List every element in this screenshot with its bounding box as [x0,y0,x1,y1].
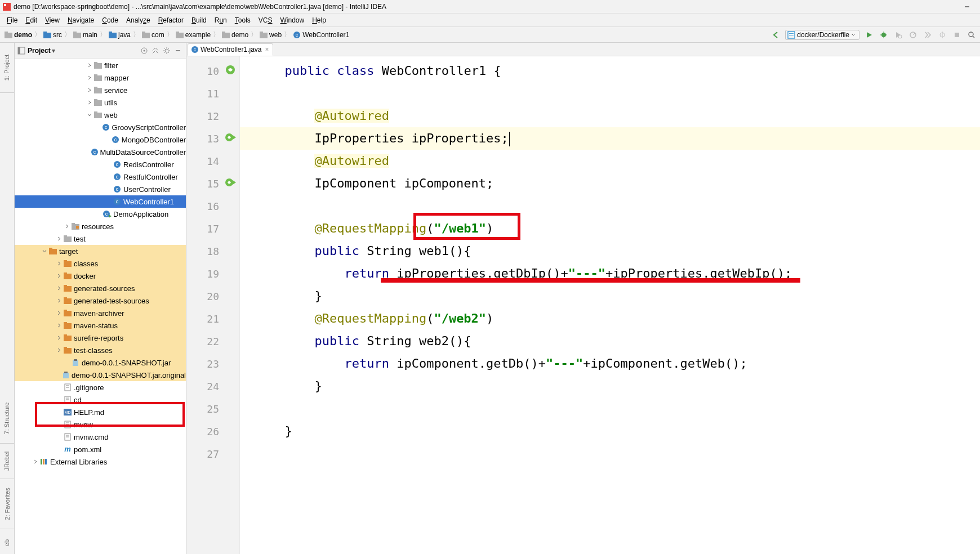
menu-help[interactable]: Help [309,15,329,25]
menu-refactor[interactable]: Refactor [155,15,187,25]
svg-rect-36 [18,47,20,54]
breadcrumb-web[interactable]: web [259,31,283,39]
minimize-button[interactable] [954,0,980,14]
tree-item[interactable]: cRedisController [15,158,186,171]
project-panel-title: Project [28,47,51,55]
svg-rect-77 [64,272,67,275]
svg-rect-6 [43,32,47,34]
code-content[interactable]: public class WebController1 { @Autowired… [240,56,980,554]
jrebel-debug-button[interactable] [937,30,947,40]
tree-item[interactable]: .gitignore [15,381,186,394]
tree-item[interactable]: mvnw.cmd [15,431,186,443]
tool-tab-web[interactable]: eb [0,531,14,554]
titlebar: demo [D:\workspace-springboot\demo] - ..… [0,0,980,14]
tool-tab-project[interactable]: 1: Project [0,45,14,90]
svg-text:c: c [93,149,96,155]
debug-button[interactable] [879,30,889,40]
back-arrow-icon[interactable] [770,30,781,40]
editor-tab-current[interactable]: c WebController1.java × [188,43,273,56]
tool-tab-structure[interactable]: 7: Structure [0,396,14,441]
menu-tools[interactable]: Tools [231,15,254,25]
svg-rect-44 [94,74,97,77]
project-view-dropdown[interactable]: ▾ [52,47,55,55]
svg-rect-90 [73,360,78,366]
breadcrumb-current[interactable]: cWebController1 [292,31,350,39]
tree-item[interactable]: test [15,233,186,245]
project-tree[interactable]: filtermapperserviceutilswebcGroovyScript… [15,59,186,554]
tree-item[interactable]: cGroovyScriptController [15,121,186,133]
tree-item[interactable]: utils [15,96,186,109]
tree-item[interactable]: mapper [15,72,186,84]
tree-item[interactable]: cWebController1 [15,195,186,208]
tree-item[interactable]: cd [15,394,186,406]
tree-item[interactable]: demo-0.0.1-SNAPSHOT.jar [15,356,186,369]
tree-item[interactable]: surefire-reports [15,332,186,344]
coverage-button[interactable] [893,30,903,40]
gear-icon[interactable] [162,46,172,56]
tool-tab-jrebel[interactable]: JRebel [0,446,14,476]
tree-item[interactable]: cMultiDataSourceController [15,146,186,158]
breadcrumb-example[interactable]: example [175,31,212,39]
project-view-icon [17,46,26,55]
tree-item[interactable]: generated-sources [15,282,186,294]
breadcrumb-java[interactable]: java [108,31,132,39]
breadcrumb-demo[interactable]: demo [221,31,250,39]
collapse-all-icon[interactable] [150,46,161,56]
scroll-from-source-icon[interactable] [139,46,149,56]
menu-analyze[interactable]: Analyze [123,15,154,25]
tool-tab-favorites[interactable]: 2: Favorites [0,481,14,526]
jrebel-run-button[interactable] [923,30,933,40]
svg-rect-73 [49,248,52,250]
tree-item[interactable]: cMongoDBController [15,133,186,146]
svg-text:c: c [105,124,108,130]
code-editor[interactable]: 101112131415161718192021222324252627 pub… [186,56,980,554]
tree-item[interactable]: demo-0.0.1-SNAPSHOT.jar.original [15,369,186,381]
tree-item[interactable]: test-classes [15,344,186,356]
menu-build[interactable]: Build [188,15,210,25]
tree-item[interactable]: resources [15,220,186,233]
search-button[interactable] [966,30,977,40]
tree-item-extlib[interactable]: External Libraries [15,455,186,468]
breadcrumb-main[interactable]: main [72,31,99,39]
breadcrumb-root[interactable]: demo [3,31,33,39]
svg-text:c: c [114,137,117,142]
tree-item[interactable]: generated-test-sources [15,294,186,307]
profile-button[interactable] [908,30,918,40]
run-button[interactable] [864,30,874,40]
tree-item[interactable]: cDemoApplication [15,208,186,220]
menu-code[interactable]: Code [99,15,122,25]
svg-rect-32 [955,33,959,37]
menu-vcs[interactable]: VCS [255,15,276,25]
tree-item[interactable]: mpom.xml [15,443,186,455]
tree-item[interactable]: maven-status [15,319,186,332]
tree-item[interactable]: mvnw [15,418,186,431]
run-config-select[interactable]: docker/Dockerfile [785,30,859,40]
stop-button[interactable] [952,30,962,40]
tree-item[interactable]: cUserController [15,183,186,195]
tree-item[interactable]: filter [15,59,186,72]
tree-item[interactable]: docker [15,270,186,282]
tree-item[interactable]: classes [15,257,186,270]
svg-rect-87 [64,334,67,337]
tree-item[interactable]: target [15,245,186,257]
menu-view[interactable]: View [42,15,63,25]
menu-edit[interactable]: Edit [22,15,41,25]
svg-rect-85 [64,322,67,324]
svg-rect-50 [94,111,97,114]
tree-item[interactable]: service [15,84,186,96]
close-tab-icon[interactable]: × [265,46,269,53]
breadcrumb-src[interactable]: src [42,31,63,39]
tree-item[interactable]: maven-archiver [15,307,186,319]
menu-window[interactable]: Window [277,15,308,25]
hide-panel-icon[interactable] [173,46,183,56]
tree-item[interactable]: cRestfulController [15,171,186,183]
breadcrumb-com[interactable]: com [141,31,166,39]
menu-navigate[interactable]: Navigate [64,15,97,25]
menu-file[interactable]: File [3,15,21,25]
menu-run[interactable]: Run [211,15,230,25]
svg-rect-4 [5,32,8,34]
class-icon: c [191,46,198,53]
tree-item[interactable]: web [15,109,186,121]
tree-item[interactable]: MDHELP.md [15,406,186,418]
folder-icon [5,31,12,39]
